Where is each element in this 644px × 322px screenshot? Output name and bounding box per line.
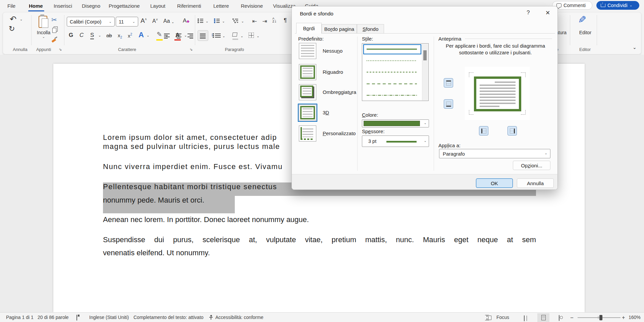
close-icon[interactable]: ✕	[545, 9, 550, 16]
pilcrow-button[interactable]: ¶	[284, 17, 287, 24]
editor-pen-icon[interactable]: ✎	[578, 14, 586, 25]
sort-icon[interactable]: AZ↓	[272, 17, 277, 24]
focus-button[interactable]: Focus	[496, 315, 509, 320]
change-case-button[interactable]: Aa	[163, 18, 170, 24]
scrollbar-thumb[interactable]	[423, 50, 427, 60]
align-right-icon[interactable]	[187, 33, 193, 40]
align-left-icon[interactable]	[164, 33, 170, 40]
grow-font-button[interactable]: A˄	[141, 17, 147, 24]
comments-button[interactable]: Commenti	[552, 1, 592, 10]
toggle-bottom-border-button[interactable]	[444, 99, 453, 109]
tab-riferimenti[interactable]: Riferimenti	[177, 3, 201, 9]
read-mode-icon[interactable]	[524, 315, 525, 321]
tab-inserisci[interactable]: Inserisci	[54, 3, 72, 9]
tab-disegno[interactable]: Disegno	[82, 3, 100, 9]
multilevel-chevron-icon[interactable]: ⌄	[241, 20, 244, 23]
editor-button[interactable]: Editor	[575, 30, 595, 35]
print-layout-active[interactable]	[537, 313, 549, 322]
collapse-ribbon-icon[interactable]: ⌄	[633, 45, 637, 50]
borders-chevron-icon[interactable]: ⌄	[257, 35, 259, 38]
cancel-button[interactable]: Annulla	[517, 178, 554, 188]
decrease-indent-icon[interactable]: ⇤	[252, 18, 257, 25]
dialog-tab-bordo-pagina[interactable]: Bordo pagina	[322, 24, 357, 34]
border-width-dropdown[interactable]: 3 pt ⌄	[362, 136, 429, 147]
dialog-tab-sfondo[interactable]: Sfondo	[357, 24, 384, 34]
preset-icon-ombreggiatura[interactable]	[299, 84, 316, 100]
tab-lettere[interactable]: Lettere	[213, 3, 229, 9]
toggle-top-border-button[interactable]	[444, 78, 453, 88]
redo-button[interactable]: ↻	[9, 24, 15, 33]
effects-chevron-icon[interactable]: ⌄	[147, 34, 149, 37]
toggle-left-border-button[interactable]	[479, 126, 488, 136]
font-size-combo[interactable]: 11⌄	[116, 17, 138, 26]
bullets-chevron-icon[interactable]: ⌄	[206, 20, 208, 23]
ok-button[interactable]: OK	[476, 178, 513, 188]
style-option-dotted[interactable]	[367, 60, 417, 61]
font-name-combo[interactable]: Calibri (Corpo)⌄	[67, 17, 115, 26]
shrink-font-button[interactable]: A˅	[152, 18, 158, 24]
page-indicator[interactable]: Pagina 1 di 1	[6, 315, 34, 320]
style-scrollbar[interactable]	[422, 44, 428, 100]
copy-button[interactable]	[52, 26, 57, 32]
align-center-icon[interactable]	[176, 33, 181, 40]
underline-button[interactable]: S	[90, 32, 94, 39]
border-color-dropdown[interactable]: ⌄	[362, 119, 429, 127]
style-option-dash-dot[interactable]	[367, 95, 417, 96]
justify-selected-box[interactable]	[198, 30, 208, 41]
style-option-dash-small[interactable]	[367, 72, 417, 72]
format-painter-button[interactable]	[51, 37, 57, 43]
help-button[interactable]: ?	[527, 9, 530, 16]
accessibility-status[interactable]: Accessibilità: conforme	[215, 315, 263, 320]
preset-label-personalizzato[interactable]: Personalizzato	[323, 130, 356, 136]
style-option-dash-large[interactable]	[367, 84, 417, 84]
apply-to-dropdown[interactable]: Paragrafo ⌄	[439, 149, 550, 158]
text-completion-indicator[interactable]: Completamento del testo: attivato	[133, 315, 204, 320]
preset-label-ombreggiatura[interactable]: Ombreggiatura	[323, 89, 356, 95]
proofing-icon[interactable]	[76, 315, 77, 321]
undo-button[interactable]: ↶	[10, 14, 16, 24]
multilevel-list-icon[interactable]	[232, 18, 238, 24]
tab-revisione[interactable]: Revisione	[241, 3, 263, 9]
zoom-in-button[interactable]: +	[622, 315, 625, 321]
web-layout-icon[interactable]	[559, 315, 559, 321]
toggle-right-border-button[interactable]	[507, 126, 517, 136]
underline-chevron-icon[interactable]: ⌄	[98, 34, 101, 37]
shading-icon[interactable]	[232, 32, 238, 40]
highlight-button[interactable]: ✎	[157, 31, 162, 38]
preset-icon-nessuno[interactable]	[299, 43, 316, 59]
zoom-level[interactable]: 160%	[629, 315, 641, 320]
tab-file[interactable]: File	[7, 3, 15, 9]
shading-chevron-icon[interactable]: ⌄	[240, 35, 243, 38]
preset-icon-3d[interactable]	[299, 105, 316, 121]
bullets-icon[interactable]	[198, 18, 203, 24]
line-spacing-chevron-icon[interactable]: ⌄	[222, 35, 225, 38]
undo-chevron-icon[interactable]: ⌄	[20, 18, 22, 21]
clipboard-dialog-launcher[interactable]: ⇘	[59, 47, 62, 52]
style-listbox[interactable]	[362, 43, 429, 101]
word-count[interactable]: 20 di 86 parole	[38, 315, 69, 320]
style-option-solid[interactable]	[367, 49, 417, 50]
font-color-chevron-icon[interactable]: ⌄	[184, 34, 187, 37]
tab-layout[interactable]: Layout	[150, 3, 165, 9]
tab-progettazione[interactable]: Progettazione	[109, 3, 140, 9]
options-button[interactable]: Opzioni...	[513, 161, 550, 170]
italic-button[interactable]: C	[79, 32, 84, 39]
share-button[interactable]: Condividi ⌄	[596, 1, 639, 10]
language-indicator[interactable]: Inglese (Stati Uniti)	[89, 315, 129, 320]
font-dialog-launcher[interactable]: ⇘	[190, 47, 193, 52]
zoom-slider-thumb[interactable]	[599, 315, 602, 320]
paste-button[interactable]: Incolla ⌄	[34, 14, 53, 47]
cut-button[interactable]: ✂	[51, 16, 57, 24]
preset-label-3d[interactable]: 3D	[323, 110, 329, 115]
dialog-tab-bordi[interactable]: Bordi	[296, 23, 322, 34]
strikethrough-button[interactable]: ab	[106, 33, 112, 38]
clear-formatting-button[interactable]: A◆	[183, 17, 190, 24]
superscript-button[interactable]: x2	[128, 33, 132, 39]
zoom-slider-track[interactable]	[578, 317, 621, 318]
text-effects-button[interactable]: A	[139, 31, 144, 39]
preset-label-riquadro[interactable]: Riquadro	[323, 69, 343, 75]
numbering-chevron-icon[interactable]: ⌄	[222, 20, 225, 23]
increase-indent-icon[interactable]: ⇥	[262, 18, 267, 25]
case-chevron-icon[interactable]: ⌄	[171, 20, 174, 24]
bold-button[interactable]: G	[69, 32, 73, 39]
